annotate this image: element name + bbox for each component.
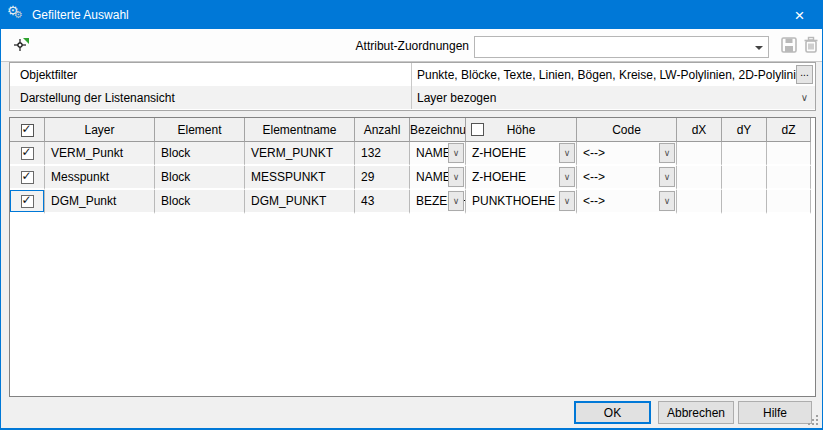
cell-hoehe[interactable]: Z-HOEHE ∨	[466, 142, 577, 166]
header-bezeichnung: Bezeichnung	[410, 118, 466, 142]
hoehe-dropdown-button[interactable]: ∨	[559, 191, 575, 211]
cell-elementname[interactable]: MESSPUNKT	[245, 166, 355, 190]
bezeichnung-dropdown-button[interactable]: ∨	[448, 167, 464, 187]
checkmark-icon: ✓	[22, 194, 32, 207]
ok-button[interactable]: OK	[574, 401, 651, 424]
resize-grip[interactable]	[807, 414, 819, 426]
header-row: ✓ Layer Element Elementname Anzahl Bezei…	[10, 118, 811, 142]
row-checkbox-cell[interactable]: ✓	[10, 190, 45, 214]
cell-code-value: <-->	[583, 146, 605, 160]
cell-hoehe[interactable]: PUNKTHOEHE ∨	[466, 190, 577, 214]
cell-dy[interactable]	[722, 166, 767, 190]
hoehe-dropdown-button[interactable]: ∨	[559, 143, 575, 163]
row-checkbox[interactable]: ✓	[21, 195, 34, 208]
cell-layer[interactable]: DGM_Punkt	[45, 190, 155, 214]
attribute-grid: ✓ Layer Element Elementname Anzahl Bezei…	[9, 117, 816, 397]
object-filter-label: Objektfilter	[10, 68, 411, 82]
row-checkbox[interactable]: ✓	[21, 147, 34, 160]
close-button[interactable]: ×	[777, 1, 822, 29]
cell-anzahl[interactable]: 132	[355, 142, 410, 166]
header-layer: Layer	[45, 118, 155, 142]
cell-code[interactable]: <--> ∨	[577, 166, 677, 190]
cell-element[interactable]: Block	[155, 142, 245, 166]
table-row-selected: ✓ DGM_Punkt Block DGM_PUNKT 43 BEZEICHNU…	[10, 190, 811, 214]
list-view-mode-value[interactable]: Layer bezogen	[411, 86, 815, 109]
attribute-mappings-input[interactable]	[477, 38, 749, 56]
cancel-button[interactable]: Abbrechen	[658, 401, 734, 424]
save-mapping-button[interactable]	[780, 36, 798, 54]
cell-bezeichnung[interactable]: NAME ∨	[410, 142, 466, 166]
cell-dy[interactable]	[722, 142, 767, 166]
header-anzahl: Anzahl	[355, 118, 410, 142]
cell-element[interactable]: Block	[155, 190, 245, 214]
select-all-checkbox[interactable]: ✓	[21, 124, 34, 137]
attribute-mappings-label: Attribut-Zuordnungen	[356, 39, 469, 53]
cell-dz[interactable]	[767, 166, 811, 190]
cell-code-value: <-->	[583, 170, 605, 184]
header-dy: dY	[722, 118, 767, 142]
list-view-mode-row: Darstellung der Listenansicht Layer bezo…	[10, 86, 815, 109]
object-filter-row: Objektfilter Punkte, Blöcke, Texte, Lini…	[10, 63, 815, 86]
cell-dx[interactable]	[677, 142, 722, 166]
close-icon: ×	[795, 7, 805, 24]
cell-dx[interactable]	[677, 190, 722, 214]
app-gears-icon: ⚙ ⚙	[9, 7, 25, 23]
hoehe-checkbox[interactable]	[471, 123, 484, 136]
cell-code[interactable]: <--> ∨	[577, 190, 677, 214]
list-view-mode-label: Darstellung der Listenansicht	[10, 91, 411, 105]
cell-dz[interactable]	[767, 142, 811, 166]
cell-hoehe-value: Z-HOEHE	[472, 170, 526, 184]
row-checkbox-cell[interactable]: ✓	[10, 142, 45, 166]
combo-dropdown-arrow-icon[interactable]	[755, 46, 763, 50]
gear-icon: ⚙	[14, 9, 23, 20]
attribute-mappings-combobox[interactable]	[474, 36, 769, 58]
filtered-selection-dialog: ⚙ ⚙ Gefilterte Auswahl × Attribut-Zuordn…	[0, 0, 823, 430]
settings-panel: Objektfilter Punkte, Blöcke, Texte, Lini…	[9, 62, 816, 111]
object-filter-browse-button[interactable]: ...	[796, 65, 813, 84]
bezeichnung-dropdown-button[interactable]: ∨	[448, 191, 464, 211]
cell-bezeichnung[interactable]: NAME ∨	[410, 166, 466, 190]
cell-code[interactable]: <--> ∨	[577, 142, 677, 166]
header-element: Element	[155, 118, 245, 142]
cell-hoehe[interactable]: Z-HOEHE ∨	[466, 166, 577, 190]
cell-element[interactable]: Block	[155, 166, 245, 190]
footer: OK Abbrechen Hilfe	[1, 398, 822, 428]
window-title: Gefilterte Auswahl	[32, 8, 129, 22]
cell-dx[interactable]	[677, 166, 722, 190]
help-button[interactable]: Hilfe	[738, 401, 812, 424]
table-row: ✓ VERM_Punkt Block VERM_PUNKT 132 NAME ∨…	[10, 142, 811, 166]
row-checkbox-cell[interactable]: ✓	[10, 166, 45, 190]
cell-layer[interactable]: Messpunkt	[45, 166, 155, 190]
header-code: Code	[577, 118, 677, 142]
cell-dy[interactable]	[722, 190, 767, 214]
cell-elementname[interactable]: DGM_PUNKT	[245, 190, 355, 214]
save-icon	[780, 36, 798, 54]
code-dropdown-button[interactable]: ∨	[659, 167, 675, 187]
cell-hoehe-value: Z-HOEHE	[472, 146, 526, 160]
select-all-header[interactable]: ✓	[10, 118, 45, 142]
titlebar: ⚙ ⚙ Gefilterte Auswahl ×	[1, 1, 822, 29]
checkmark-icon: ✓	[22, 123, 32, 136]
list-view-mode-dropdown-icon[interactable]: ∨	[796, 88, 813, 107]
hoehe-dropdown-button[interactable]: ∨	[559, 167, 575, 187]
bezeichnung-dropdown-button[interactable]: ∨	[448, 143, 464, 163]
delete-mapping-button[interactable]	[802, 36, 820, 54]
checkmark-icon: ✓	[22, 170, 32, 183]
row-checkbox[interactable]: ✓	[21, 171, 34, 184]
cell-elementname[interactable]: VERM_PUNKT	[245, 142, 355, 166]
cell-anzahl[interactable]: 29	[355, 166, 410, 190]
cell-bezeichnung[interactable]: BEZEICHNUNG ∨	[410, 190, 466, 214]
cell-anzahl[interactable]: 43	[355, 190, 410, 214]
cell-hoehe-value: PUNKTHOEHE	[472, 194, 555, 208]
pick-point-button[interactable]	[12, 36, 31, 58]
table-row: ✓ Messpunkt Block MESSPUNKT 29 NAME ∨ Z-…	[10, 166, 811, 190]
toolbar: Attribut-Zuordnungen	[1, 29, 822, 62]
object-filter-value[interactable]: Punkte, Blöcke, Texte, Linien, Bögen, Kr…	[411, 63, 815, 86]
pick-point-icon	[12, 36, 31, 55]
cell-code-value: <-->	[583, 194, 605, 208]
cell-dz[interactable]	[767, 190, 811, 214]
code-dropdown-button[interactable]: ∨	[659, 143, 675, 163]
code-dropdown-button[interactable]: ∨	[659, 191, 675, 211]
cell-layer[interactable]: VERM_Punkt	[45, 142, 155, 166]
checkmark-icon: ✓	[22, 146, 32, 159]
